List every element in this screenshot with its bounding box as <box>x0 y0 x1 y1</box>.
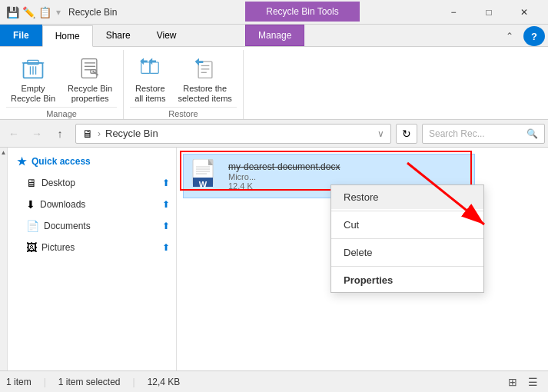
file-size: 12,4 K <box>228 181 340 191</box>
sidebar-pictures-label: Pictures <box>42 242 158 253</box>
tab-home-label: Home <box>55 31 80 42</box>
tab-file-label: File <box>13 30 29 41</box>
qat-icon-3[interactable]: 📋 <box>38 6 51 18</box>
scroll-up-icon[interactable]: ▲ <box>1 149 7 156</box>
restore-selected-button[interactable]: Restore theselected items <box>174 53 237 107</box>
restore-all-icon <box>138 56 162 81</box>
pictures-pin-icon: ⬆ <box>162 242 170 253</box>
title-bar-icons: 💾 ✏️ 📋 ▾ <box>6 6 62 18</box>
close-button[interactable]: ✕ <box>506 0 542 25</box>
ribbon-tools-banner: Recycle Bin Tools <box>245 2 360 22</box>
context-menu-divider-1 <box>331 211 483 211</box>
file-name: my-dearest-document.docx <box>228 161 340 172</box>
restore-all-label: Restoreall items <box>135 84 165 104</box>
svg-rect-11 <box>141 62 150 73</box>
quick-access-label: Quick access <box>32 156 91 167</box>
up-button[interactable]: ↑ <box>49 123 71 145</box>
nav-bar: ← → ↑ 🖥 › Recycle Bin ∨ ↻ Search Rec... … <box>0 120 548 148</box>
tab-share-label: Share <box>106 30 131 41</box>
svg-rect-6 <box>81 59 97 78</box>
minimize-button[interactable]: − <box>436 0 471 25</box>
desktop-pin-icon: ⬆ <box>162 178 170 188</box>
pictures-icon: 🖼 <box>26 241 37 254</box>
status-size: 12,4 KB <box>148 377 181 387</box>
empty-recycle-bin-label: EmptyRecycle Bin <box>11 84 55 104</box>
title-bar: 💾 ✏️ 📋 ▾ Recycle Bin Recycle Bin Tools −… <box>0 0 548 25</box>
back-button[interactable]: ← <box>3 123 25 145</box>
sidebar-desktop-label: Desktop <box>42 178 158 188</box>
restore-all-items-button[interactable]: Restoreall items <box>130 53 170 107</box>
status-separator-2: | <box>133 377 135 387</box>
context-menu-delete[interactable]: Delete <box>331 241 483 264</box>
context-menu-cut[interactable]: Cut <box>331 213 483 237</box>
sidebar-item-desktop[interactable]: 🖥 Desktop ⬆ <box>8 172 176 194</box>
context-menu: Restore Cut Delete Properties <box>330 184 484 293</box>
address-chevron: ∨ <box>377 128 384 139</box>
downloads-icon: ⬇ <box>26 198 35 211</box>
restore-group-label: Restore <box>130 107 237 121</box>
status-separator-1: | <box>44 377 46 387</box>
restore-selected-label: Restore theselected items <box>178 84 232 104</box>
forward-button[interactable]: → <box>26 123 48 145</box>
tab-view-label: View <box>157 30 177 41</box>
context-menu-divider-2 <box>331 238 483 239</box>
window-controls: − □ ✕ <box>436 0 542 25</box>
qat-separator: ▾ <box>56 7 61 18</box>
search-placeholder: Search Rec... <box>429 128 526 139</box>
context-menu-restore[interactable]: Restore <box>331 185 483 209</box>
tab-manage[interactable]: Manage <box>245 25 304 46</box>
status-selected: 1 item selected <box>58 377 121 387</box>
search-bar[interactable]: Search Rec... 🔍 <box>422 124 545 144</box>
recycle-bin-properties-icon <box>78 56 102 81</box>
sidebar-item-pictures[interactable]: 🖼 Pictures ⬆ <box>8 237 176 258</box>
tab-strip: File Home Share View Manage ⌃ ? <box>0 25 548 46</box>
status-item-count: 1 item <box>6 377 32 387</box>
window-title: Recycle Bin <box>68 7 117 18</box>
sidebar-item-downloads[interactable]: ⬇ Downloads ⬆ <box>8 194 176 215</box>
recycle-bin-properties-label: Recycle Binproperties <box>68 84 112 104</box>
documents-pin-icon: ⬆ <box>162 221 170 231</box>
context-menu-properties[interactable]: Properties <box>331 268 483 292</box>
address-bar[interactable]: 🖥 › Recycle Bin ∨ <box>75 124 391 144</box>
context-restore-label: Restore <box>344 191 379 203</box>
context-delete-label: Delete <box>344 247 373 258</box>
ribbon-group-manage-content: EmptyRecycle Bin Recycle Binproperties <box>6 50 117 107</box>
address-icon: 🖥 <box>82 128 93 140</box>
qat-icon-2[interactable]: ✏️ <box>22 6 35 18</box>
status-bar: 1 item | 1 item selected | 12,4 KB ⊞ ☰ <box>0 370 548 392</box>
help-button[interactable]: ? <box>523 26 545 46</box>
sidebar-item-documents[interactable]: 📄 Documents ⬆ <box>8 215 176 237</box>
search-icon: 🔍 <box>526 128 538 139</box>
recycle-bin-properties-button[interactable]: Recycle Binproperties <box>63 53 117 107</box>
list-view-button[interactable]: ⊞ <box>503 374 522 390</box>
tab-file[interactable]: File <box>0 25 42 46</box>
main-content: ▲ ★ Quick access 🖥 Desktop ⬆ ⬇ Downloads… <box>0 148 548 370</box>
view-buttons: ⊞ ☰ <box>503 374 542 390</box>
collapse-ribbon-button[interactable]: ⌃ <box>500 27 519 45</box>
ribbon-group-restore-content: Restoreall items Restore theselected ite… <box>130 50 237 107</box>
restore-selected-icon <box>193 56 218 81</box>
tab-home[interactable]: Home <box>42 25 93 47</box>
manage-group-label: Manage <box>6 107 117 121</box>
file-type: Micro... <box>228 172 340 181</box>
tab-view[interactable]: View <box>144 25 190 46</box>
maximize-button[interactable]: □ <box>471 0 506 25</box>
qat-icon-1[interactable]: 💾 <box>6 6 19 18</box>
refresh-button[interactable]: ↻ <box>396 124 417 144</box>
sidebar: ★ Quick access 🖥 Desktop ⬆ ⬇ Downloads ⬆… <box>8 148 177 370</box>
sidebar-downloads-label: Downloads <box>40 199 158 210</box>
context-cut-label: Cut <box>344 219 359 231</box>
address-text: Recycle Bin <box>105 128 158 139</box>
file-area[interactable]: W my-dearest-document.docx Micro... 12,4… <box>177 148 548 370</box>
empty-recycle-bin-button[interactable]: EmptyRecycle Bin <box>6 53 60 107</box>
detail-view-button[interactable]: ☰ <box>523 374 542 390</box>
ribbon-tools-label: Recycle Bin Tools <box>266 6 339 17</box>
downloads-pin-icon: ⬆ <box>162 199 170 210</box>
documents-icon: 📄 <box>26 220 39 232</box>
tab-share[interactable]: Share <box>93 25 144 46</box>
quick-access-star-icon: ★ <box>17 155 27 168</box>
empty-recycle-bin-icon <box>21 56 45 81</box>
sidebar-quick-access[interactable]: ★ Quick access <box>8 151 176 172</box>
sidebar-documents-label: Documents <box>44 221 158 231</box>
ribbon-group-manage: EmptyRecycle Bin Recycle Binproperties M… <box>0 50 124 119</box>
